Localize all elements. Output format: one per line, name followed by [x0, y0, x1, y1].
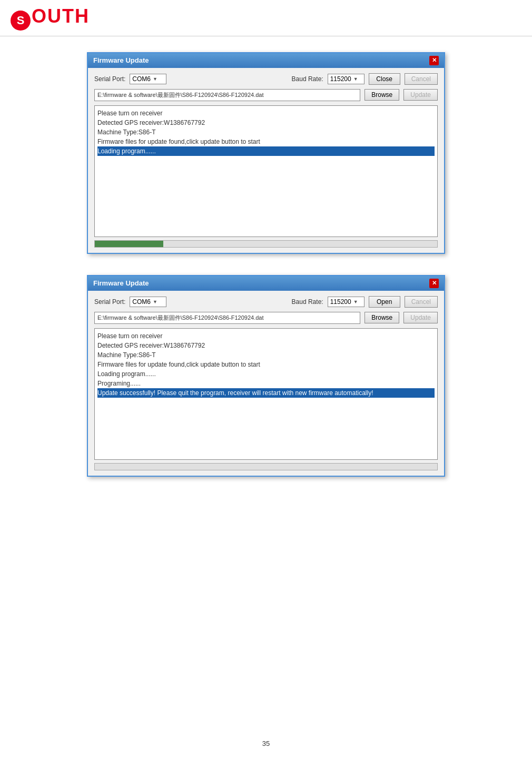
- baud-rate-arrow-2: ▼: [353, 299, 358, 304]
- dialog-2-title: Firmware Update: [93, 279, 149, 287]
- log-line: Loading program......: [97, 369, 435, 379]
- log-line: Programing......: [97, 379, 435, 388]
- dialog-1-titlebar: Firmware Update ✕: [88, 53, 444, 68]
- serial-port-combo-1[interactable]: COM6 ▼: [130, 74, 166, 84]
- log-line: Firmware files for update found,click up…: [97, 360, 435, 369]
- log-line: Please turn on receiver: [97, 331, 435, 341]
- baud-rate-value-2: 115200: [330, 298, 351, 306]
- update-button-1[interactable]: Update: [403, 89, 438, 101]
- dialog-2-titlebar: Firmware Update ✕: [88, 276, 444, 291]
- log-line: Update successfully! Please quit the pro…: [97, 388, 435, 398]
- progress-bar-container-2: [94, 463, 438, 470]
- log-line: Firmware files for update found,click up…: [97, 137, 435, 146]
- dialog-2-close-x-button[interactable]: ✕: [429, 279, 439, 288]
- baud-rate-combo-2[interactable]: 115200 ▼: [328, 297, 364, 307]
- browse-button-1[interactable]: Browse: [364, 89, 399, 101]
- dialog-1-title: Firmware Update: [93, 56, 149, 64]
- baud-rate-combo-1[interactable]: 115200 ▼: [328, 74, 364, 84]
- serial-port-value-1: COM6: [132, 75, 151, 83]
- serial-port-label-1: Serial Port:: [94, 75, 125, 83]
- log-line: Machine Type:S86-T: [97, 350, 435, 360]
- log-line: Machine Type:S86-T: [97, 127, 435, 137]
- page-content: Firmware Update ✕ Serial Port: COM6 ▼ Ba…: [0, 36, 532, 493]
- logo-circle: S: [11, 11, 31, 31]
- filepath-input-1[interactable]: E:\firmware & software\最新固件\S86-F120924\…: [94, 89, 360, 101]
- header: SOUTH: [0, 0, 532, 36]
- serial-port-combo-2[interactable]: COM6 ▼: [130, 297, 166, 307]
- log-line: Please turn on receiver: [97, 109, 435, 118]
- log-line: Detected GPS receiver:W1386767792: [97, 118, 435, 127]
- cancel-button-2[interactable]: Cancel: [405, 296, 438, 308]
- dialog-1-close-x-button[interactable]: ✕: [429, 56, 439, 65]
- serial-port-value-2: COM6: [132, 298, 151, 306]
- baud-rate-label-1: Baud Rate:: [292, 75, 323, 83]
- baud-rate-value-1: 115200: [330, 75, 351, 83]
- page-number: 35: [262, 740, 270, 747]
- dialog-2-body: Serial Port: COM6 ▼ Baud Rate: 115200 ▼ …: [88, 291, 444, 476]
- progress-bar-container-1: [94, 240, 438, 248]
- logo-text: OUTH: [32, 5, 90, 27]
- dialog-2-controls-row: Serial Port: COM6 ▼ Baud Rate: 115200 ▼ …: [94, 296, 438, 308]
- firmware-update-dialog-2: Firmware Update ✕ Serial Port: COM6 ▼ Ba…: [87, 275, 445, 477]
- dialog-1-body: Serial Port: COM6 ▼ Baud Rate: 115200 ▼ …: [88, 68, 444, 253]
- dialog-1-log-area: Please turn on receiverDetected GPS rece…: [94, 105, 438, 237]
- cancel-button-1[interactable]: Cancel: [405, 73, 438, 85]
- open-button-2[interactable]: Open: [369, 296, 400, 308]
- baud-rate-arrow-1: ▼: [353, 76, 358, 82]
- log-line: Detected GPS receiver:W1386767792: [97, 341, 435, 350]
- close-button-1[interactable]: Close: [369, 73, 400, 85]
- serial-port-arrow-1: ▼: [153, 76, 157, 82]
- dialog-1-filepath-row: E:\firmware & software\最新固件\S86-F120924\…: [94, 89, 438, 101]
- filepath-input-2[interactable]: E:\firmware & software\最新固件\S86-F120924\…: [94, 312, 360, 324]
- serial-port-label-2: Serial Port:: [94, 298, 125, 306]
- dialog-2-log-area: Please turn on receiverDetected GPS rece…: [94, 328, 438, 460]
- dialog-1-controls-row: Serial Port: COM6 ▼ Baud Rate: 115200 ▼ …: [94, 73, 438, 85]
- baud-rate-label-2: Baud Rate:: [292, 298, 323, 306]
- serial-port-arrow-2: ▼: [153, 299, 157, 304]
- log-line: Loading program......: [97, 146, 435, 156]
- update-button-2[interactable]: Update: [403, 312, 438, 323]
- firmware-update-dialog-1: Firmware Update ✕ Serial Port: COM6 ▼ Ba…: [87, 52, 445, 254]
- dialog-2-filepath-row: E:\firmware & software\最新固件\S86-F120924\…: [94, 312, 438, 324]
- browse-button-2[interactable]: Browse: [364, 312, 399, 323]
- progress-bar-fill-1: [95, 241, 163, 247]
